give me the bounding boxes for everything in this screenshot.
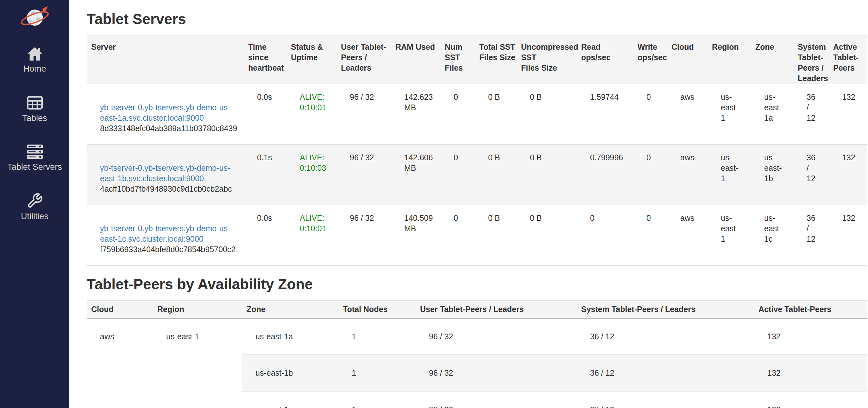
server-uuid: 8d333148efc04ab389a11b03780c8439 <box>100 123 241 134</box>
cell-status: ALIVE: 0:10:01 <box>286 205 337 265</box>
cell-system-peers: 36 / 12 <box>577 391 754 408</box>
cell-user-peers: 96 / 32 <box>337 205 391 265</box>
sidebar-item-tablet-servers[interactable]: Tablet Servers <box>0 144 69 172</box>
tablet-servers-icon <box>25 144 44 159</box>
column-header-total-sst: Total SST Files Size <box>475 35 517 84</box>
cell-cloud: aws <box>667 144 708 205</box>
column-header-num-sst: Num SST Files <box>440 35 475 84</box>
cell-num-sst: 0 <box>440 144 475 205</box>
cell-region: us-east-1 <box>153 318 242 408</box>
cell-num-sst: 0 <box>440 205 475 265</box>
column-header-user-peers: User Tablet- Peers / Leaders <box>337 35 391 84</box>
column-header-zone: Zone <box>751 35 793 84</box>
cell-server: yb-tserver-0.yb-tservers.yb-demo-us- eas… <box>87 205 244 265</box>
column-header-total-nodes: Total Nodes <box>338 300 416 318</box>
table-row: yb-tserver-0.yb-tservers.yb-demo-us- eas… <box>87 84 867 144</box>
sidebar-item-label: Home <box>23 64 46 74</box>
cell-ram: 142.623 MB <box>391 84 440 144</box>
cell-uncompressed-sst: 0 B <box>517 205 577 265</box>
cell-status: ALIVE: 0:10:03 <box>286 144 337 205</box>
cell-uncompressed-sst: 0 B <box>517 144 577 205</box>
cell-zone: us-east-1a <box>242 318 338 355</box>
cell-active-peers: 132 <box>754 318 867 355</box>
column-header-read-ops: Read ops/sec <box>577 35 633 84</box>
column-header-active-peers: Active Tablet-Peers <box>754 300 867 318</box>
cell-system-peers: 36 / 12 <box>793 205 829 265</box>
cell-user-peers: 96 / 32 <box>416 391 577 408</box>
cell-ram: 140.509 MB <box>391 205 440 265</box>
table-row: aws us-east-1 us-east-1a 1 96 / 32 36 / … <box>87 318 867 355</box>
cell-region: us- east- 1 <box>708 144 751 205</box>
sidebar-item-home[interactable]: Home <box>0 46 69 74</box>
column-header-write-ops: Write ops/sec <box>633 35 667 84</box>
sidebar-item-tables[interactable]: Tables <box>0 94 69 123</box>
cell-zone: us- east- 1a <box>751 84 793 144</box>
sidebar-nav: Home Tables <box>0 46 69 242</box>
sidebar-item-label: Tablet Servers <box>7 162 62 172</box>
cell-system-peers: 36 / 12 <box>793 84 829 144</box>
cell-system-peers: 36 / 12 <box>793 144 829 205</box>
cell-user-peers: 96 / 32 <box>416 318 577 355</box>
cell-user-peers: 96 / 32 <box>416 355 577 391</box>
cell-total-nodes: 1 <box>338 355 416 391</box>
app-window: Home Tables <box>0 0 868 408</box>
column-header-system-peers: System Tablet-Peers / Leaders <box>577 300 754 318</box>
column-header-active-peers: Active Tablet- Peers <box>829 35 867 84</box>
cell-total-nodes: 1 <box>338 391 416 408</box>
server-link[interactable]: yb-tserver-0.yb-tservers.yb-demo-us- eas… <box>100 164 230 183</box>
table-header-row: Server Time since heartbeat Status & Upt… <box>87 35 867 84</box>
cell-active-peers: 132 <box>829 205 867 265</box>
tables-icon <box>25 94 44 111</box>
cell-active-peers: 132 <box>754 355 867 391</box>
column-header-status: Status & Uptime <box>286 35 337 84</box>
cell-region: us- east- 1 <box>708 205 751 265</box>
column-header-region: Region <box>708 35 751 84</box>
cell-total-sst: 0 B <box>475 144 517 205</box>
server-uuid: f759b6933a404bfe8d0c7854b95700c2 <box>100 244 241 255</box>
cell-uncompressed-sst: 0 B <box>517 84 577 144</box>
column-header-cloud: Cloud <box>667 35 708 84</box>
cell-server: yb-tserver-0.yb-tservers.yb-demo-us- eas… <box>87 84 244 144</box>
column-header-heartbeat: Time since heartbeat <box>244 35 286 84</box>
cell-active-peers: 132 <box>829 144 867 205</box>
column-header-uncompressed-sst: Uncompressed SST Files Size <box>517 35 577 84</box>
server-link[interactable]: yb-tserver-0.yb-tservers.yb-demo-us- eas… <box>100 103 230 122</box>
page-title: Tablet Servers <box>87 11 868 27</box>
cell-write-ops: 0 <box>633 205 667 265</box>
column-header-server: Server <box>87 35 244 84</box>
server-link[interactable]: yb-tserver-0.yb-tservers.yb-demo-us- eas… <box>100 224 230 243</box>
home-icon <box>26 46 44 61</box>
cell-status: ALIVE: 0:10:01 <box>286 84 337 144</box>
tablet-servers-table: Server Time since heartbeat Status & Upt… <box>87 35 867 266</box>
cell-read-ops: 0.799996 <box>577 144 633 205</box>
sidebar-item-utilities[interactable]: Utilities <box>0 193 69 221</box>
sidebar-item-label: Tables <box>22 113 47 123</box>
cell-server: yb-tserver-0.yb-tservers.yb-demo-us- eas… <box>87 144 244 205</box>
column-header-zone: Zone <box>242 300 338 318</box>
table-row: yb-tserver-0.yb-tservers.yb-demo-us- eas… <box>87 144 867 205</box>
column-header-user-peers: User Tablet-Peers / Leaders <box>416 300 577 318</box>
cell-user-peers: 96 / 32 <box>337 84 391 144</box>
cell-zone: us-east-1c <box>242 391 338 408</box>
cell-num-sst: 0 <box>440 84 475 144</box>
cell-region: us- east- 1 <box>708 84 751 144</box>
column-header-region: Region <box>153 300 242 318</box>
cell-zone: us- east- 1b <box>751 144 793 205</box>
cell-cloud: aws <box>87 318 153 408</box>
server-uuid: 4acff10bd7fb4948930c9d1cb0cb2abc <box>100 184 241 194</box>
cell-system-peers: 36 / 12 <box>577 355 754 391</box>
yugabyte-logo[interactable] <box>18 5 52 29</box>
cell-heartbeat: 0.0s <box>244 84 286 144</box>
cell-zone: us- east- 1c <box>751 205 793 265</box>
cell-zone: us-east-1b <box>242 355 338 391</box>
cell-write-ops: 0 <box>633 144 667 205</box>
cell-active-peers: 132 <box>754 391 867 408</box>
sidebar: Home Tables <box>0 0 69 408</box>
cell-cloud: aws <box>667 84 708 144</box>
utilities-icon <box>26 193 44 209</box>
main-content: Tablet Servers Server Time since heartbe… <box>69 0 868 408</box>
column-header-ram: RAM Used <box>391 35 440 84</box>
table-header-row: Cloud Region Zone Total Nodes User Table… <box>87 300 867 318</box>
cell-cloud: aws <box>667 205 708 265</box>
cell-total-sst: 0 B <box>475 84 517 144</box>
